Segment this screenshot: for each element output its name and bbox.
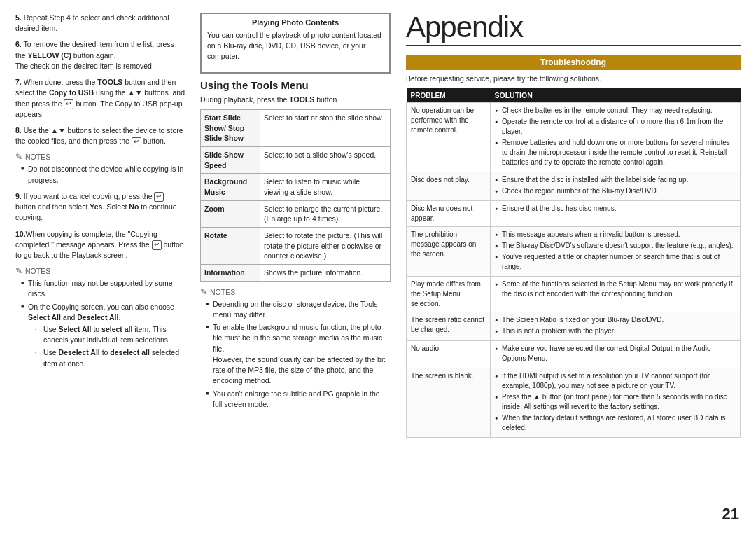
solution-remote: Check the batteries in the remote contro… [491,103,741,172]
problem-disc-play: Disc does not play. [407,172,491,201]
troubleshooting-title: Troubleshooting [406,55,741,70]
notes-2: NOTES This function may not be supported… [15,266,186,369]
tools-row-speed: Slide Show Speed Select to set a slide s… [201,146,391,173]
problem-disc-menu: Disc Menu does not appear. [407,201,491,227]
problem-playmode: Play mode differs from the Setup Menu se… [407,277,491,312]
trouble-row-screenratio: The screen ratio cannot be changed. The … [407,312,741,341]
return-icon-4: ↩ [152,240,162,250]
tools-desc-startslide: Select to start or stop the slide show. [260,109,391,146]
solution-blank: If the HDMI output is set to a resolutio… [491,368,741,438]
tools-row-startslide: Start Slide Show/ Stop Slide Show Select… [201,109,391,146]
solution-playmode: Some of the functions selected in the Se… [491,277,741,312]
trouble-row-disc-menu: Disc Menu does not appear. Ensure that t… [407,201,741,227]
notes-1: NOTES Do not disconnect the device while… [15,152,186,185]
photo-box-title: Playing Photo Contents [207,18,384,27]
appendix-divider [406,45,741,46]
tools-row-bgmusic: Background Music Select to listen to mus… [201,174,391,200]
trouble-row-audio: No audio. Make sure you have selected th… [407,341,741,368]
problem-blank: The screen is blank. [407,368,491,438]
step-6: 6. To remove the desired item from the l… [15,39,186,71]
tools-desc-zoom: Select to enlarge the current picture. (… [260,200,391,227]
trouble-row-prohibition: The prohibition message appears on the s… [407,227,741,277]
problem-remote: No operation can be performed with the r… [407,103,491,172]
step-9: 9. If you want to cancel copying, press … [15,191,186,223]
header-problem: PROBLEM [407,88,491,103]
tools-row-rotate: Rotate Select to rotate the picture. (Th… [201,228,391,265]
trouble-row-blank: The screen is blank. If the HDMI output … [407,368,741,438]
mid-notes: NOTES Depending on the disc or storage d… [200,287,391,410]
return-icon-3: ↩ [154,192,164,202]
trouble-table-header: PROBLEM SOLUTION [407,88,741,103]
solution-audio: Make sure you have selected the correct … [491,341,741,368]
return-icon: ↩ [64,99,74,109]
header-solution: SOLUTION [491,88,741,103]
tools-label-rotate: Rotate [201,228,260,265]
tools-desc-rotate: Select to rotate the picture. (This will… [260,228,391,265]
appendix-title: Appendix [406,13,741,42]
tools-label-speed: Slide Show Speed [201,146,260,173]
solution-disc-menu: Ensure that the disc has disc menus. [491,201,741,227]
step-8: 8. Use the ▲▼ buttons to select the devi… [15,125,186,146]
problem-screenratio: The screen ratio cannot be changed. [407,312,491,341]
trouble-row-disc-play: Disc does not play. Ensure that the disc… [407,172,741,201]
tools-table: Start Slide Show/ Stop Slide Show Select… [200,109,391,282]
tools-label-zoom: Zoom [201,200,260,227]
step-10: 10.When copying is complete, the "Copyin… [15,229,186,261]
trouble-row-remote: No operation can be performed with the r… [407,103,741,172]
solution-disc-play: Ensure that the disc is installed with t… [491,172,741,201]
tools-menu-intro: During playback, press the TOOLS button. [200,95,391,105]
photo-intro: You can control the playback of photo co… [207,30,384,62]
left-column: 5. Repeat Step 4 to select and check add… [15,13,197,520]
solution-prohibition: This message appears when an invalid but… [491,227,741,277]
note-function-supported: This function may not be supported by so… [21,278,186,299]
trouble-row-playmode: Play mode differs from the Setup Menu se… [407,277,741,312]
page-number: 21 [722,505,739,523]
solution-screenratio: The Screen Ratio is fixed on your Blu-ra… [491,312,741,341]
troubleshooting-intro: Before requesting service, please try th… [406,74,741,83]
using-tools-title: Using the Tools Menu [200,79,391,91]
middle-column: Playing Photo Contents You can control t… [197,13,400,520]
step-5: 5. Repeat Step 4 to select and check add… [15,13,186,34]
tools-label-bgmusic: Background Music [201,174,260,200]
right-column: Appendix Troubleshooting Before requesti… [400,13,741,520]
tools-row-info: Information Shows the picture informatio… [201,265,391,282]
playing-photo-box: Playing Photo Contents You can control t… [200,13,391,74]
troubleshooting-table: PROBLEM SOLUTION No operation can be per… [406,88,741,438]
return-icon-2: ↩ [132,137,141,147]
problem-prohibition: The prohibition message appears on the s… [407,227,491,277]
problem-audio: No audio. [407,341,491,368]
tools-desc-bgmusic: Select to listen to music while viewing … [260,174,391,200]
tools-desc-speed: Select to set a slide show's speed. [260,146,391,173]
step-7: 7. When done, press the TOOLS button and… [15,77,186,120]
tools-row-zoom: Zoom Select to enlarge the current pictu… [201,200,391,227]
tools-desc-info: Shows the picture information. [260,265,391,282]
tools-label-startslide: Start Slide Show/ Stop Slide Show [201,109,260,146]
tools-label-info: Information [201,265,260,282]
